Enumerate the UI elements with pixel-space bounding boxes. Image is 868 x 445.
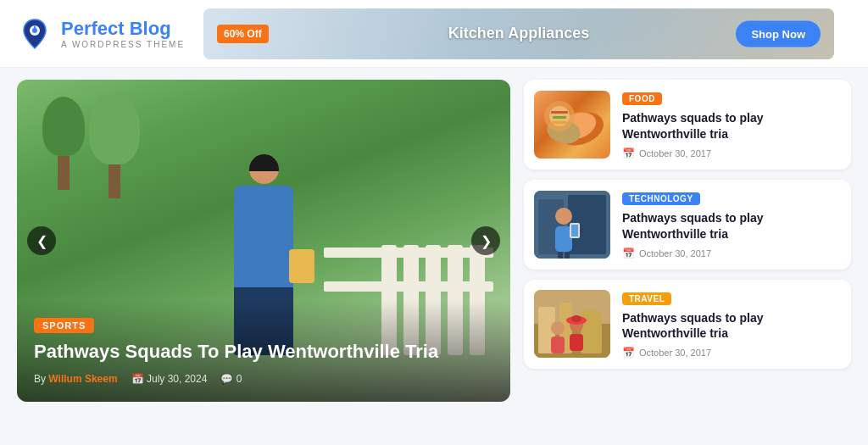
banner-ad: 60% Off Kitchen Appliances Shop Now (203, 8, 834, 59)
card-date-text-food: October 30, 2017 (639, 148, 711, 159)
logo-area: Perfect Blog A WordPress Theme (17, 16, 186, 52)
author-label: By (34, 373, 46, 385)
card-travel: TRAVEL Pathways squads to play Wentworth… (524, 280, 851, 370)
slider-author: By Willum Skeem (34, 373, 118, 385)
card-category-food: FOOD (622, 92, 662, 105)
card-technology: TECHNOLOGY Pathways squads to play Wentw… (524, 180, 851, 270)
shop-now-button[interactable]: Shop Now (736, 20, 821, 47)
card-date-text-travel: October 30, 2017 (639, 348, 711, 358)
slider-date: 📅 July 30, 2024 (131, 373, 208, 385)
slider-next-button[interactable]: ❯ (471, 226, 500, 255)
travel-illustration (534, 290, 610, 358)
slider-title: Pathways Squads To Play Wentworthville T… (34, 340, 493, 364)
banner-discount: 60% Off (217, 25, 269, 43)
card-content-food: FOOD Pathways squads to play Wentworthvi… (622, 90, 841, 159)
slider-meta: By Willum Skeem 📅 July 30, 2024 💬 0 (34, 373, 493, 385)
svg-rect-17 (565, 252, 570, 259)
card-title-food: Pathways squads to play Wentworthville t… (622, 110, 841, 142)
calendar-icon-tech: 📅 (622, 248, 635, 259)
svg-rect-16 (558, 252, 563, 259)
card-date-tech: 📅 October 30, 2017 (622, 248, 841, 259)
card-title-tech: Pathways squads to play Wentworthville t… (622, 210, 841, 242)
svg-point-14 (555, 208, 572, 225)
calendar-icon-food: 📅 (622, 147, 635, 159)
svg-rect-26 (551, 337, 565, 353)
card-content-tech: TECHNOLOGY Pathways squads to play Wentw… (622, 190, 841, 259)
tree-1 (42, 97, 85, 190)
tree-2 (89, 92, 140, 198)
banner-title: Kitchen Appliances (448, 25, 589, 42)
calendar-icon-travel: 📅 (622, 347, 635, 359)
svg-rect-24 (581, 311, 602, 353)
comment-icon: 💬 (220, 373, 233, 385)
slider-category: SPORTS (34, 318, 94, 333)
svg-point-2 (32, 28, 37, 33)
calendar-icon: 📅 (131, 373, 144, 385)
featured-slider: SPORTS Pathways Squads To Play Wentworth… (17, 80, 510, 402)
card-date-travel: 📅 October 30, 2017 (622, 347, 841, 359)
svg-rect-10 (552, 121, 567, 124)
svg-rect-28 (570, 334, 583, 351)
card-category-tech: TECHNOLOGY (622, 192, 700, 205)
slider-date-text: July 30, 2024 (147, 373, 207, 385)
svg-rect-19 (571, 225, 578, 236)
logo-title-part1: Perfect (61, 18, 125, 39)
logo-icon (17, 16, 53, 52)
header: Perfect Blog A WordPress Theme 60% Off K… (0, 0, 868, 68)
card-image-food (534, 91, 610, 159)
food-illustration (534, 91, 610, 159)
card-date-food: 📅 October 30, 2017 (622, 147, 841, 159)
card-date-text-tech: October 30, 2017 (639, 248, 711, 259)
slider-comments: 💬 0 (220, 373, 242, 385)
svg-rect-8 (551, 111, 568, 114)
card-category-travel: TRAVEL (622, 292, 671, 305)
card-title-travel: Pathways squads to play Wentworthville t… (622, 310, 841, 342)
svg-rect-9 (553, 116, 566, 119)
logo-text: Perfect Blog A WordPress Theme (61, 18, 185, 49)
comments-count: 0 (236, 373, 242, 385)
card-image-tech (534, 191, 610, 259)
svg-rect-30 (571, 315, 581, 322)
slider-overlay: SPORTS Pathways Squads To Play Wentworth… (17, 300, 510, 402)
logo-subtitle: A WordPress Theme (61, 40, 185, 49)
tech-illustration (534, 191, 610, 259)
svg-point-25 (551, 321, 565, 335)
logo-title: Perfect Blog (61, 18, 185, 40)
logo-title-part2: Blog (130, 18, 171, 39)
slider-prev-button[interactable]: ❮ (27, 226, 56, 255)
main-content: SPORTS Pathways Squads To Play Wentworth… (0, 68, 868, 414)
right-cards: FOOD Pathways squads to play Wentworthvi… (524, 80, 851, 402)
card-image-travel (534, 290, 610, 358)
card-food: FOOD Pathways squads to play Wentworthvi… (524, 80, 851, 170)
author-link[interactable]: Willum Skeem (48, 373, 117, 385)
card-content-travel: TRAVEL Pathways squads to play Wentworth… (622, 290, 841, 359)
